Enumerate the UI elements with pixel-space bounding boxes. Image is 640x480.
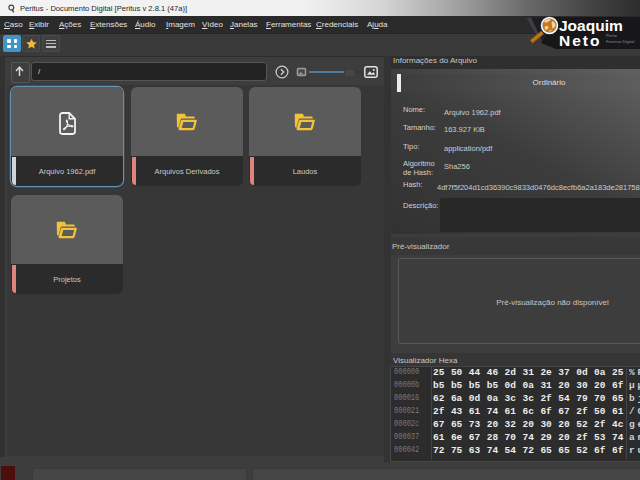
svg-text:Forense Digital: Forense Digital [606, 39, 634, 44]
svg-text:Neto: Neto [559, 32, 601, 49]
svg-text:Perito: Perito [606, 33, 618, 38]
